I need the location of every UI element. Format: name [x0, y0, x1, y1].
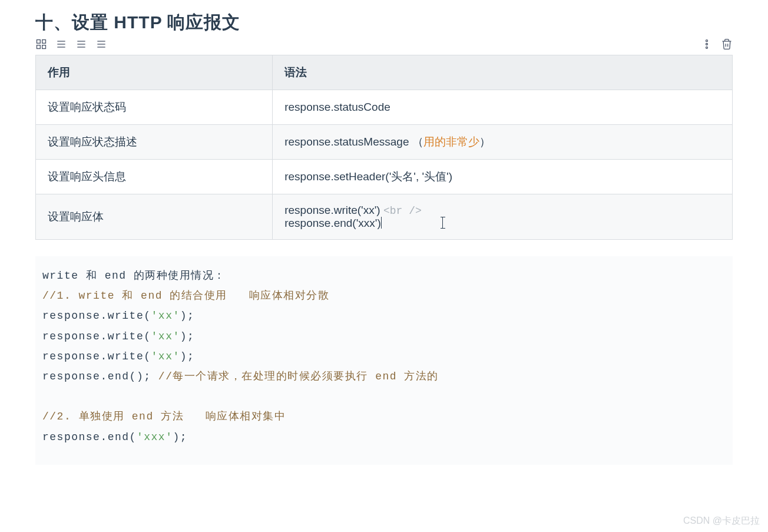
http-response-table: 作用 语法 设置响应状态码 response.statusCode 设置响应状态…	[35, 55, 733, 240]
i-beam-cursor-icon	[441, 217, 445, 229]
cell-purpose: 设置响应体	[36, 194, 273, 240]
cell-purpose: 设置响应状态码	[36, 90, 273, 125]
svg-point-15	[706, 47, 708, 48]
table-row: 设置响应头信息 response.setHeader('头名', '头值')	[36, 160, 733, 194]
svg-rect-1	[42, 40, 46, 44]
cell-purpose: 设置响应头信息	[36, 160, 273, 194]
page-title: 十、设置 HTTP 响应报文	[35, 11, 733, 35]
code-block: write 和 end 的两种使用情况： //1. write 和 end 的结…	[35, 256, 733, 465]
table-row: 设置响应状态码 response.statusCode	[36, 90, 733, 125]
cell-syntax[interactable]: response.write('xx') <br /> response.end…	[273, 194, 733, 240]
list-icon-2[interactable]	[75, 38, 87, 50]
more-vert-icon[interactable]	[701, 38, 713, 50]
cell-syntax: response.statusCode	[273, 90, 733, 125]
list-icon-1[interactable]	[55, 38, 67, 50]
table-row: 设置响应状态描述 response.statusMessage （用的非常少）	[36, 125, 733, 160]
toolbar	[35, 38, 733, 50]
trash-icon[interactable]	[721, 38, 733, 50]
grid-view-icon[interactable]	[35, 38, 47, 50]
svg-rect-2	[37, 45, 41, 49]
svg-rect-0	[37, 40, 41, 44]
table-row: 设置响应体 response.write('xx') <br /> respon…	[36, 194, 733, 240]
text-cursor	[381, 217, 382, 229]
svg-point-14	[706, 44, 708, 45]
cell-syntax: response.statusMessage （用的非常少）	[273, 125, 733, 160]
list-icon-3[interactable]	[95, 38, 107, 50]
svg-rect-3	[42, 45, 46, 49]
svg-point-13	[706, 40, 708, 42]
cell-syntax: response.setHeader('头名', '头值')	[273, 160, 733, 194]
th-syntax: 语法	[273, 55, 733, 90]
th-purpose: 作用	[36, 55, 273, 90]
cell-purpose: 设置响应状态描述	[36, 125, 273, 160]
